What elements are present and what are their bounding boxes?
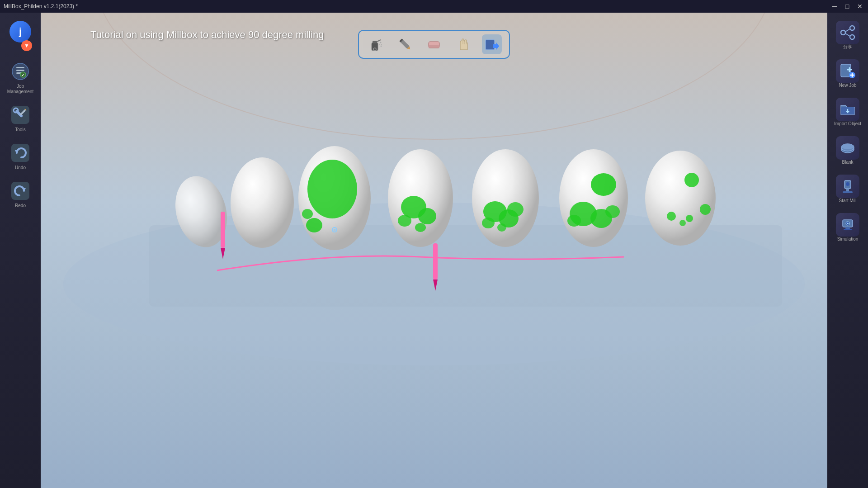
svg-rect-43 [372, 43, 378, 51]
svg-rect-2 [16, 70, 24, 71]
svg-rect-1 [16, 67, 24, 68]
svg-rect-55 [429, 45, 439, 48]
sidebar-item-redo[interactable]: Redo [3, 176, 38, 212]
sidebar-item-share[interactable]: 分享 [830, 17, 865, 53]
svg-line-19 [845, 33, 850, 36]
redo-icon [9, 180, 31, 202]
job-management-label: Job Management [5, 84, 36, 95]
titlebar-title: MillBox_Philden v1.2.1(2023) * [4, 3, 78, 9]
svg-point-34 [846, 182, 849, 186]
blank-icon [836, 136, 859, 160]
blank-label: Blank [842, 160, 853, 165]
svg-line-18 [845, 29, 850, 32]
redo-label: Redo [15, 203, 26, 208]
avatar: j [9, 21, 31, 43]
viewport[interactable]: Tutorial on using Millbox to achieve 90 … [41, 13, 827, 488]
svg-line-45 [377, 40, 381, 42]
sidebar-item-blank[interactable]: Blank [830, 133, 865, 169]
sidebar-item-tools[interactable]: Tools [3, 100, 38, 136]
user-avatar-item[interactable]: j ▼ [3, 17, 38, 55]
simulation-label: Simulation [837, 237, 859, 242]
svg-point-17 [850, 35, 854, 39]
new-job-label: New Job [839, 83, 857, 88]
svg-rect-44 [373, 41, 377, 43]
sidebar-item-undo[interactable]: Undo [3, 138, 38, 174]
pencil-tool[interactable] [395, 34, 415, 54]
svg-point-31 [841, 144, 854, 149]
sidebar-item-start-mill[interactable]: Start Mill [830, 171, 865, 207]
svg-point-0 [12, 63, 28, 80]
scene-background [41, 13, 827, 488]
close-button[interactable]: ✕ [855, 3, 864, 10]
svg-rect-38 [844, 229, 852, 230]
titlebar-controls[interactable]: ─ □ ✕ [830, 3, 864, 10]
svg-point-46 [380, 42, 382, 43]
tools-label: Tools [15, 127, 25, 133]
right-sidebar: 分享 New Job Import Object [827, 13, 868, 488]
titlebar: MillBox_Philden v1.2.1(2023) * ─ □ ✕ [0, 0, 868, 13]
svg-point-15 [850, 26, 854, 30]
top-toolbar [358, 30, 510, 59]
eraser-tool[interactable] [424, 34, 444, 54]
minimize-button[interactable]: ─ [830, 3, 839, 10]
undo-label: Undo [15, 165, 26, 171]
simulation-icon [836, 213, 859, 237]
paint-tool[interactable] [366, 34, 386, 54]
import-object-icon [836, 98, 859, 121]
job-management-icon: ✓ [9, 61, 31, 82]
svg-text:✓: ✓ [21, 73, 25, 77]
sidebar-item-job-management[interactable]: ✓ Job Management [3, 57, 38, 98]
sidebar-item-simulation[interactable]: Simulation [830, 209, 865, 246]
sidebar-item-import-object[interactable]: Import Object [830, 94, 865, 130]
dropdown-arrow-icon[interactable]: ▼ [21, 40, 32, 51]
maximize-button[interactable]: □ [843, 3, 852, 10]
glove-tool[interactable] [453, 34, 473, 54]
undo-icon [9, 142, 31, 164]
export-tool[interactable] [482, 34, 502, 54]
svg-point-49 [381, 46, 382, 47]
start-mill-label: Start Mill [839, 198, 857, 204]
svg-point-47 [381, 44, 382, 45]
new-job-icon [836, 59, 859, 83]
start-mill-icon [836, 175, 859, 198]
sidebar-item-new-job[interactable]: New Job [830, 56, 865, 92]
share-label: 分享 [843, 44, 852, 50]
svg-rect-35 [843, 191, 853, 193]
svg-rect-37 [845, 227, 850, 229]
tools-icon [9, 104, 31, 126]
svg-point-48 [379, 44, 380, 45]
svg-point-16 [841, 30, 845, 35]
share-icon [836, 21, 859, 44]
main-title: Tutorial on using Millbox to achieve 90 … [90, 29, 324, 41]
import-object-label: Import Object [834, 121, 861, 127]
left-sidebar: j ▼ ✓ Job Management [0, 13, 41, 488]
